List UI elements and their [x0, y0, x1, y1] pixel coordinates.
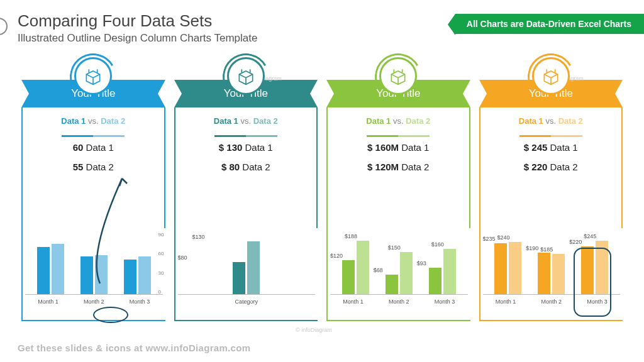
panel-stat-2: $ 80 Data 2: [182, 162, 311, 172]
chart-bar: [552, 254, 565, 294]
chart-bars-area: $120$188$68$150$93$160: [330, 232, 468, 295]
chart-x-labels: Month 1Month 2Month 3: [330, 299, 468, 305]
box-icon: [74, 57, 112, 95]
chart-x-label: Category: [235, 299, 258, 305]
chart-bar: [233, 262, 245, 294]
chart-bar: [247, 241, 260, 294]
panel-stat-2: $ 120M Data 2: [334, 162, 463, 172]
box-icon: [227, 57, 265, 95]
chart-x-label: Month 3: [587, 299, 608, 305]
chart-bar-group: $190$185: [530, 253, 573, 294]
chart-bar-group: $220$245: [573, 241, 616, 294]
chart-x-labels: Month 1Month 2Month 3: [25, 299, 163, 305]
chart-bar-group: $120$188: [334, 241, 377, 294]
panel-divider: [58, 128, 128, 131]
chart-bar-group: [72, 255, 116, 294]
panel-stat-2: 55 Data 2: [29, 162, 158, 172]
chart-bar: [429, 268, 441, 294]
data-panel-1: Your Title Data 1 vs. Data 2 60 Data 1 5…: [21, 58, 165, 321]
chart-bar: [124, 260, 136, 294]
chart-bar: [581, 246, 594, 294]
chart-bar: [357, 241, 369, 294]
chart-bar: [80, 256, 93, 294]
panel-stat-1: 60 Data 1: [29, 142, 158, 153]
chart-bar: [138, 256, 151, 294]
panel-stat-1: $ 160M Data 1: [334, 142, 463, 153]
slide-subtitle: Illustrated Outline Design Column Charts…: [18, 32, 626, 45]
chart-bar-group: $93$160: [421, 249, 464, 294]
panel-stat-1: $ 245 Data 1: [487, 142, 616, 153]
data-panel-2: Your Title Data 1 vs. Data 2 $ 130 Data …: [174, 58, 318, 321]
panel-chart: 9060300 Month 1Month 2Month 3: [21, 228, 165, 321]
chart-x-label: Month 3: [435, 299, 455, 305]
panel-body: Data 1 vs. Data 2 $ 130 Data 1 $ 80 Data…: [174, 107, 318, 228]
chart-bar: [538, 253, 550, 294]
chart-bars-area: $235$240$190$185$220$245: [483, 232, 621, 295]
chart-bar: [509, 242, 521, 294]
box-icon: [532, 57, 570, 95]
chart-bar: [443, 249, 456, 294]
panel-body: Data 1 vs. Data 2 60 Data 1 55 Data 2: [21, 107, 165, 228]
panel-divider: [516, 128, 586, 131]
panel-body: Data 1 vs. Data 2 $ 245 Data 1 $ 220 Dat…: [479, 107, 623, 228]
panel-vs-line: Data 1 vs. Data 2: [334, 116, 463, 126]
chart-bar: [95, 255, 108, 294]
data-panel-4: Your Title Data 1 vs. Data 2 $ 245 Data …: [479, 58, 623, 321]
chart-bars-area: [25, 232, 163, 295]
watermark: © infoDiagram: [296, 327, 332, 333]
chart-x-labels: Month 1Month 2Month 3: [483, 299, 621, 305]
panel-vs-line: Data 1 vs. Data 2: [487, 116, 616, 126]
panel-vs-line: Data 1 vs. Data 2: [182, 116, 311, 126]
panel-divider: [364, 128, 433, 131]
chart-x-labels: Category: [178, 299, 316, 305]
panel-stat-1: $ 130 Data 1: [182, 142, 311, 153]
chart-x-label: Month 3: [130, 299, 150, 305]
panel-divider: [211, 128, 280, 131]
chart-bar: [52, 244, 64, 294]
panel-stat-2: $ 220 Data 2: [487, 162, 616, 172]
panel-vs-line: Data 1 vs. Data 2: [29, 116, 158, 126]
chart-x-label: Month 2: [541, 299, 562, 305]
chart-bar-group: $68$150: [377, 252, 421, 295]
chart-bar: [342, 260, 355, 294]
data-panel-3: Your Title Data 1 vs. Data 2 $ 160M Data…: [326, 58, 470, 321]
footer-text: Get these slides & icons at www.infoDiag…: [18, 343, 250, 353]
panel-chart: $235$240$190$185$220$245 Month 1Month 2M…: [479, 228, 623, 321]
excel-badge: All Charts are Data-Driven Excel Charts: [455, 14, 644, 34]
panel-chart: $80$130 Category: [174, 228, 318, 321]
chart-bar: [386, 275, 398, 294]
chart-bar: [400, 252, 413, 295]
chart-x-label: Month 1: [343, 299, 364, 305]
panels-row: Your Title Data 1 vs. Data 2 60 Data 1 5…: [18, 58, 626, 321]
chart-x-label: Month 1: [38, 299, 58, 305]
chart-bar: [37, 247, 50, 294]
chart-bars-area: $80$130: [178, 232, 316, 295]
chart-bar: [596, 241, 608, 294]
chart-x-label: Month 1: [496, 299, 516, 305]
chart-bar: [494, 243, 507, 294]
chart-bar-group: $80$130: [182, 241, 312, 294]
chart-x-label: Month 2: [84, 299, 104, 305]
chart-bar-group: [116, 256, 159, 294]
panel-chart: $120$188$68$150$93$160 Month 1Month 2Mon…: [326, 228, 470, 321]
chart-bar-group: [29, 244, 72, 294]
chart-x-label: Month 2: [389, 299, 409, 305]
panel-body: Data 1 vs. Data 2 $ 160M Data 1 $ 120M D…: [326, 107, 470, 228]
box-icon: [379, 57, 417, 95]
chart-bar-group: $235$240: [487, 242, 530, 294]
